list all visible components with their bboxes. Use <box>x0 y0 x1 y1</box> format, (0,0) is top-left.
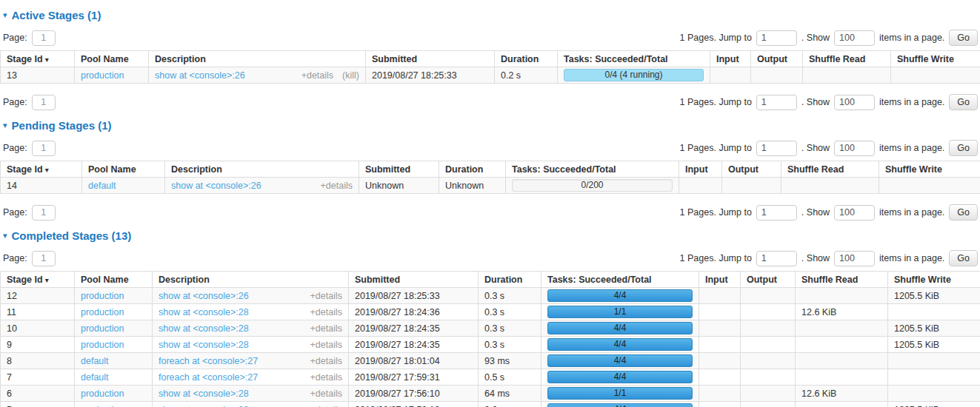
column-header-tasks-succeeded-total[interactable]: Tasks: Succeeded/Total <box>541 272 699 288</box>
jump-to-page-input[interactable] <box>756 141 797 156</box>
items-per-page-input[interactable] <box>834 141 875 156</box>
details-toggle[interactable]: +details <box>310 340 342 350</box>
stage-description-link[interactable]: show at <console>:28 <box>159 340 249 350</box>
shuffle-write-cell: 1205.5 KiB <box>888 288 980 304</box>
description-cell: show at <console>:28+details <box>153 402 349 407</box>
items-per-page-input[interactable] <box>834 30 875 46</box>
jump-to-page-input[interactable] <box>756 205 797 221</box>
tasks-progress-bar: 4/4 <box>547 322 693 334</box>
pool-name-link[interactable]: production <box>81 340 124 350</box>
pool-name-link[interactable]: production <box>81 405 124 407</box>
page-number-input[interactable] <box>32 95 56 110</box>
description-cell: show at <console>:26+details <box>153 288 349 304</box>
column-header-shuffle-read[interactable]: Shuffle Read <box>796 272 888 288</box>
column-header-description[interactable]: Description <box>149 51 366 67</box>
column-header-shuffle-read[interactable]: Shuffle Read <box>781 161 879 178</box>
pool-name-link[interactable]: default <box>88 181 116 191</box>
jump-to-page-input[interactable] <box>756 95 797 110</box>
items-per-page-input[interactable] <box>834 95 875 110</box>
stage-description-link[interactable]: show at <console>:28 <box>159 323 249 334</box>
details-toggle[interactable]: +details <box>310 356 342 366</box>
column-header-input[interactable]: Input <box>699 272 741 288</box>
column-header-input[interactable]: Input <box>710 51 751 67</box>
tasks-cell: 0/4 (4 running) <box>558 67 710 84</box>
details-toggle[interactable]: +details <box>310 388 342 399</box>
items-per-page-input[interactable] <box>834 251 875 266</box>
section-header-pending-stages[interactable]: ▾ Pending Stages (1) <box>3 119 980 132</box>
column-header-description[interactable]: Description <box>165 161 359 178</box>
column-header-input[interactable]: Input <box>679 161 722 178</box>
pool-name-link[interactable]: production <box>81 323 124 334</box>
shuffle-write-cell: 1205.5 KiB <box>888 402 980 407</box>
items-per-page-input[interactable] <box>834 205 875 221</box>
show-label: . Show <box>801 253 830 263</box>
details-toggle[interactable]: +details <box>301 70 333 81</box>
column-header-pool-name[interactable]: Pool Name <box>75 272 153 288</box>
page-number-input[interactable] <box>32 251 56 266</box>
page-number-input[interactable] <box>32 30 56 46</box>
stage-description-link[interactable]: show at <console>:28 <box>159 307 249 317</box>
column-header-output[interactable]: Output <box>722 161 781 178</box>
page-number-input[interactable] <box>32 141 56 156</box>
column-header-shuffle-write[interactable]: Shuffle Write <box>891 51 980 67</box>
column-header-duration[interactable]: Duration <box>479 272 541 288</box>
pool-name-link[interactable]: production <box>81 70 124 81</box>
duration-cell: 0.3 s <box>479 337 541 353</box>
stage-description-link[interactable]: show at <console>:28 <box>159 388 249 399</box>
column-header-description[interactable]: Description <box>153 272 349 288</box>
go-button[interactable]: Go <box>949 250 978 266</box>
column-header-duration[interactable]: Duration <box>495 51 558 67</box>
column-header-shuffle-read[interactable]: Shuffle Read <box>803 51 891 67</box>
section-title-text: Completed Stages (13) <box>12 229 132 242</box>
column-header-tasks-succeeded-total[interactable]: Tasks: Succeeded/Total <box>558 51 710 67</box>
column-header-output[interactable]: Output <box>741 272 796 288</box>
jump-to-page-input[interactable] <box>756 30 797 46</box>
details-toggle[interactable]: +details <box>321 181 353 191</box>
pool-name-link[interactable]: default <box>81 372 109 383</box>
go-button[interactable]: Go <box>949 94 978 110</box>
column-header-duration[interactable]: Duration <box>439 161 506 178</box>
stage-description-link[interactable]: foreach at <console>:27 <box>159 356 258 366</box>
items-per-page-label: items in a page. <box>879 143 944 153</box>
jump-to-page-input[interactable] <box>756 251 797 266</box>
go-button[interactable]: Go <box>949 140 978 156</box>
column-header-shuffle-write[interactable]: Shuffle Write <box>879 161 980 178</box>
pool-name-cell: production <box>75 288 153 304</box>
column-header-stage-id[interactable]: Stage Id▾ <box>1 272 75 288</box>
section-header-completed-stages[interactable]: ▾ Completed Stages (13) <box>3 229 980 242</box>
stage-description-link[interactable]: show at <console>:26 <box>155 70 245 81</box>
stage-description-link[interactable]: show at <console>:28 <box>159 405 249 407</box>
page-number-input[interactable] <box>32 205 56 221</box>
pool-name-link[interactable]: production <box>81 388 124 399</box>
column-header-pool-name[interactable]: Pool Name <box>75 51 149 67</box>
details-toggle[interactable]: +details <box>310 372 342 383</box>
column-header-output[interactable]: Output <box>751 51 803 67</box>
go-button[interactable]: Go <box>949 204 978 221</box>
details-toggle[interactable]: +details <box>310 291 342 301</box>
column-header-stage-id[interactable]: Stage Id▾ <box>1 51 75 67</box>
details-toggle[interactable]: +details <box>310 323 342 334</box>
pages-count-text: 1 Pages. Jump to <box>680 143 752 153</box>
column-header-stage-id[interactable]: Stage Id▾ <box>1 161 82 178</box>
section-header-active-stages[interactable]: ▾ Active Stages (1) <box>3 9 980 21</box>
pool-name-link[interactable]: production <box>81 291 124 301</box>
pages-count-text: 1 Pages. Jump to <box>680 253 752 263</box>
column-header-submitted[interactable]: Submitted <box>359 161 439 178</box>
column-header-shuffle-write[interactable]: Shuffle Write <box>888 272 980 288</box>
description-cell: show at <console>:26+details <box>165 178 359 194</box>
go-button[interactable]: Go <box>949 30 978 46</box>
column-header-tasks-succeeded-total[interactable]: Tasks: Succeeded/Total <box>506 161 679 178</box>
details-toggle[interactable]: +details <box>310 307 342 317</box>
column-header-pool-name[interactable]: Pool Name <box>82 161 165 178</box>
show-label: . Show <box>801 33 830 43</box>
stage-description-link[interactable]: show at <console>:26 <box>171 181 261 191</box>
details-toggle[interactable]: +details <box>310 405 342 407</box>
stage-description-link[interactable]: foreach at <console>:27 <box>159 372 258 383</box>
stage-description-link[interactable]: show at <console>:26 <box>159 291 249 301</box>
pool-name-link[interactable]: default <box>81 356 109 366</box>
column-header-submitted[interactable]: Submitted <box>349 272 479 288</box>
column-header-submitted[interactable]: Submitted <box>366 51 495 67</box>
kill-link[interactable]: (kill) <box>342 70 359 81</box>
description-cell: show at <console>:26+details(kill) <box>149 67 366 84</box>
pool-name-link[interactable]: production <box>81 307 124 317</box>
